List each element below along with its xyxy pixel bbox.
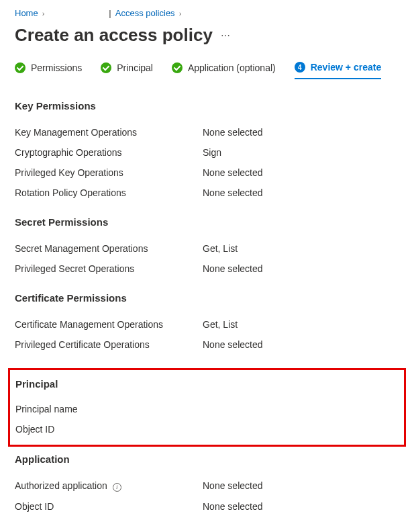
table-row: Secret Management Operations Get, List — [15, 238, 399, 259]
page-title: Create an access policy — [15, 25, 213, 46]
table-row: Principal name — [15, 399, 399, 419]
row-value: Sign — [203, 147, 221, 158]
table-row: Key Management Operations None selected — [15, 122, 399, 142]
table-row: Certificate Management Operations Get, L… — [15, 314, 399, 335]
check-circle-icon — [172, 62, 183, 73]
section-application: Application Authorized application i Non… — [15, 453, 399, 517]
principal-heading: Principal — [15, 378, 399, 390]
footer-buttons: Previous Create — [15, 530, 399, 533]
table-row: Object ID — [15, 419, 399, 439]
breadcrumb-home[interactable]: Home — [15, 8, 38, 18]
chevron-right-icon: › — [179, 9, 182, 17]
row-value: Get, List — [203, 243, 238, 254]
row-value: None selected — [203, 339, 263, 350]
tab-review-label: Review + create — [311, 62, 381, 73]
row-value: None selected — [203, 127, 263, 138]
secret-permissions-heading: Secret Permissions — [15, 216, 399, 228]
row-label: Key Management Operations — [15, 127, 203, 138]
row-value: None selected — [203, 263, 263, 274]
row-label: Principal name — [15, 404, 203, 414]
tab-permissions[interactable]: Permissions — [15, 62, 82, 79]
table-row: Privileged Certificate Operations None s… — [15, 335, 399, 355]
table-row: Privileged Secret Operations None select… — [15, 259, 399, 279]
tab-principal[interactable]: Principal — [101, 62, 153, 79]
row-value: None selected — [203, 167, 263, 178]
row-label: Cryptographic Operations — [15, 147, 203, 158]
tab-permissions-label: Permissions — [31, 62, 82, 73]
row-label: Rotation Policy Operations — [15, 187, 203, 198]
table-row: Privileged Key Operations None selected — [15, 163, 399, 183]
pipe-separator: | — [109, 8, 111, 18]
tab-principal-label: Principal — [117, 62, 153, 73]
chevron-right-icon: › — [42, 9, 45, 17]
tab-review-create[interactable]: 4 Review + create — [295, 62, 381, 79]
check-circle-icon — [101, 62, 111, 73]
key-permissions-heading: Key Permissions — [15, 100, 399, 112]
breadcrumb: Home › | Access policies › — [15, 8, 399, 18]
table-row: Authorized application i None selected — [15, 476, 399, 496]
row-label: Authorized application i — [15, 480, 203, 492]
row-label: Object ID — [15, 424, 203, 435]
page-title-row: Create an access policy ⋯ — [15, 25, 399, 46]
application-heading: Application — [15, 453, 399, 465]
table-row: Rotation Policy Operations None selected — [15, 183, 399, 203]
table-row: Cryptographic Operations Sign — [15, 142, 399, 163]
row-value: None selected — [203, 187, 263, 198]
row-label: Privileged Certificate Operations — [15, 339, 203, 350]
tab-application-label: Application (optional) — [188, 62, 276, 73]
wizard-tabs: Permissions Principal Application (optio… — [15, 62, 399, 80]
tab-application[interactable]: Application (optional) — [172, 62, 276, 79]
row-label: Certificate Management Operations — [15, 319, 203, 330]
authorized-application-label: Authorized application — [15, 480, 107, 491]
row-label: Privileged Secret Operations — [15, 263, 203, 274]
row-value: None selected — [203, 501, 263, 512]
row-value: Get, List — [203, 319, 238, 330]
row-label: Privileged Key Operations — [15, 167, 203, 178]
row-value: None selected — [203, 480, 263, 492]
step-number-icon: 4 — [295, 62, 305, 73]
section-certificate-permissions: Certificate Permissions Certificate Mana… — [15, 292, 399, 355]
info-icon[interactable]: i — [113, 483, 121, 492]
certificate-permissions-heading: Certificate Permissions — [15, 292, 399, 304]
principal-highlight-box: Principal Principal name Object ID — [8, 368, 406, 447]
table-row: Object ID None selected — [15, 496, 399, 517]
row-label: Object ID — [15, 501, 203, 512]
row-label: Secret Management Operations — [15, 243, 203, 254]
breadcrumb-policies[interactable]: Access policies — [115, 8, 175, 18]
section-secret-permissions: Secret Permissions Secret Management Ope… — [15, 216, 399, 279]
section-key-permissions: Key Permissions Key Management Operation… — [15, 100, 399, 203]
more-icon[interactable]: ⋯ — [221, 30, 230, 41]
check-circle-icon — [15, 62, 25, 73]
